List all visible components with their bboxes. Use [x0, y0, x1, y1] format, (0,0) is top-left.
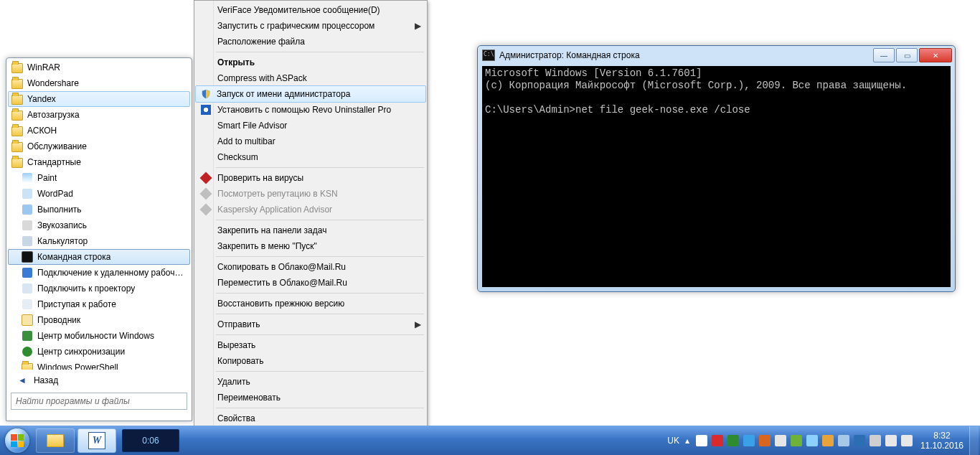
start-menu-item-label: Проводник — [37, 315, 80, 325]
context-menu-item-label: Smart File Advisor — [217, 121, 287, 131]
start-menu-item[interactable]: Подключить к проектору — [8, 281, 190, 296]
tray-icon[interactable] — [759, 435, 771, 446]
start-menu-item[interactable]: Приступая к работе — [8, 296, 190, 312]
context-menu-item[interactable]: Checksum — [196, 149, 425, 165]
start-menu-item[interactable]: Звукозапись — [8, 217, 190, 233]
show-desktop-button[interactable] — [969, 426, 979, 455]
cmd-client-area[interactable]: Microsoft Windows [Version 6.1.7601] (c)… — [482, 66, 951, 287]
context-menu-item[interactable]: VeriFace Уведомительное сообщение(D) — [196, 2, 425, 18]
context-menu-separator — [216, 220, 424, 220]
start-menu-item[interactable]: Стандартные — [8, 154, 190, 170]
context-menu-item[interactable]: Вырезать — [196, 337, 425, 353]
context-menu-item[interactable]: Удалить — [196, 374, 425, 390]
context-menu-item-label: Переместить в Облако@Mail.Ru — [217, 278, 347, 288]
context-menu-separator — [216, 408, 424, 408]
tray-icon[interactable] — [870, 435, 881, 446]
context-menu-item[interactable]: Отправить▶ — [196, 316, 425, 332]
minimize-button[interactable]: — — [873, 48, 895, 62]
tray-icon[interactable] — [775, 435, 786, 446]
taskbar-clock[interactable]: 8:32 11.10.2016 — [915, 431, 969, 451]
start-menu-item[interactable]: Выполнить — [8, 202, 190, 217]
tray-icon[interactable] — [696, 435, 707, 446]
context-menu-item[interactable]: Скопировать в Облако@Mail.Ru — [196, 259, 425, 275]
taskbar-pin-word[interactable]: W — [77, 428, 116, 453]
maximize-button[interactable]: ▭ — [896, 48, 918, 62]
tray-icon[interactable] — [838, 435, 849, 446]
start-menu-item[interactable]: Автозагрузка — [8, 107, 190, 123]
close-button[interactable]: ✕ — [919, 48, 952, 62]
start-menu-item[interactable]: Проводник — [8, 312, 190, 328]
explorer-icon — [47, 434, 64, 447]
language-indicator[interactable]: UK — [667, 436, 679, 446]
folder-icon — [22, 362, 33, 370]
start-menu-item-label: Командная строка — [37, 252, 110, 262]
context-menu-item[interactable]: Переместить в Облако@Mail.Ru — [196, 275, 425, 291]
tray-icon[interactable] — [712, 435, 723, 446]
start-menu-item[interactable]: WinRAR — [8, 60, 190, 75]
tray-icon[interactable] — [901, 435, 913, 446]
start-menu-item[interactable]: Windows PowerShell — [8, 360, 190, 370]
tray-icon[interactable] — [791, 435, 802, 446]
context-menu-item[interactable]: Копировать — [196, 353, 425, 369]
context-menu-item[interactable]: Расположение файла — [196, 34, 425, 50]
start-menu-item[interactable]: Paint — [8, 170, 190, 186]
start-menu-item[interactable]: Центр мобильности Windows — [8, 328, 190, 344]
start-icon — [22, 299, 33, 310]
system-tray: UK ▴ 8:32 11.10.2016 — [667, 426, 980, 455]
tray-overflow-icon[interactable]: ▴ — [685, 436, 689, 446]
context-menu-item[interactable]: Smart File Advisor — [196, 118, 425, 133]
folder-icon — [11, 156, 23, 168]
cmd-titlebar[interactable]: Администратор: Командная строка — ▭ ✕ — [478, 46, 955, 65]
start-menu-item-label: Калькулятор — [37, 236, 88, 246]
context-menu-item[interactable]: Запуск от имени администратора — [195, 85, 426, 103]
cmd-icon — [482, 50, 495, 61]
start-menu-item[interactable]: Wondershare — [8, 75, 190, 91]
start-menu-item[interactable]: Yandex — [8, 91, 190, 107]
start-menu-item-label: Звукозапись — [37, 220, 87, 230]
kav-g-icon — [200, 204, 212, 215]
start-menu-item[interactable]: АСКОН — [8, 123, 190, 139]
start-menu-item-label: Приступая к работе — [37, 299, 116, 309]
start-menu-search[interactable]: Найти программы и файлы — [11, 393, 187, 410]
start-menu-item[interactable]: Калькулятор — [8, 233, 190, 249]
tray-icon[interactable] — [822, 435, 834, 446]
context-menu-item[interactable]: Проверить на вирусы — [196, 170, 425, 186]
start-menu-item[interactable]: Обслуживание — [8, 139, 190, 154]
context-menu-item[interactable]: Запустить с графическим процессором▶ — [196, 18, 425, 34]
start-menu-item[interactable]: Подключение к удаленному рабочему — [8, 265, 190, 281]
clock-time: 8:32 — [920, 431, 963, 441]
context-menu-separator — [216, 256, 424, 257]
proj-icon — [22, 283, 33, 294]
context-menu-item[interactable]: Установить с помощью Revo Uninstaller Pr… — [196, 102, 425, 118]
context-menu-item[interactable]: Открыть — [196, 55, 425, 70]
context-menu-item-label: Переименовать — [217, 393, 281, 403]
start-menu-item[interactable]: WordPad — [8, 186, 190, 202]
taskbar-av-clock[interactable]: 0:06 — [122, 429, 179, 452]
start-menu-item[interactable]: Командная строка — [8, 249, 190, 265]
context-menu-item-label: Открыть — [217, 57, 255, 67]
start-menu-item-label: Стандартные — [27, 157, 81, 167]
folder-icon — [11, 141, 23, 152]
context-menu-item[interactable]: Свойства — [196, 411, 425, 426]
context-menu-item[interactable]: Add to multibar — [196, 133, 425, 149]
context-menu-item[interactable]: Переименовать — [196, 390, 425, 405]
start-menu-item[interactable]: Центр синхронизации — [8, 344, 190, 360]
start-button[interactable] — [0, 426, 34, 455]
context-menu-separator — [216, 314, 424, 314]
taskbar-pin-explorer[interactable] — [36, 428, 75, 453]
context-menu-item-label: Отправить — [217, 319, 260, 329]
tray-icon[interactable] — [806, 435, 818, 446]
context-menu-item[interactable]: Compress with ASPack — [196, 70, 425, 86]
tray-icon[interactable] — [885, 435, 897, 446]
clock-date: 11.10.2016 — [920, 441, 963, 451]
context-menu-item[interactable]: Закрепить в меню "Пуск" — [196, 238, 425, 254]
tray-icon[interactable] — [727, 435, 739, 446]
tray-icon[interactable] — [854, 435, 865, 446]
start-menu-back[interactable]: ◄ Назад — [6, 372, 192, 388]
context-menu-item[interactable]: Закрепить на панели задач — [196, 222, 425, 238]
tray-icon[interactable] — [743, 435, 755, 446]
kav-g-icon — [200, 188, 212, 200]
context-menu-item[interactable]: Восстановить прежнюю версию — [196, 296, 425, 311]
context-menu-item-label: Свойства — [217, 413, 255, 423]
explorer-icon — [22, 314, 33, 326]
